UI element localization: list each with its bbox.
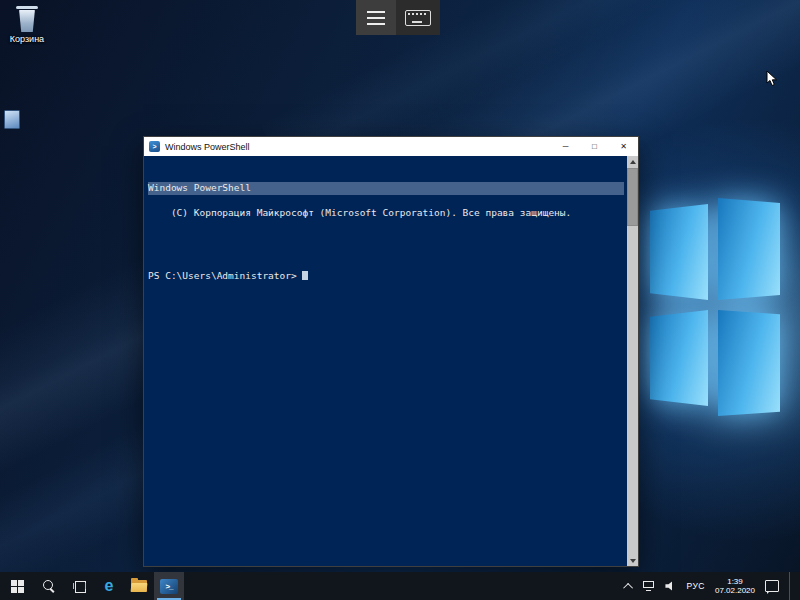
task-view-icon	[73, 581, 86, 592]
taskbar-powershell-button[interactable]: >_	[154, 572, 184, 600]
windows-logo	[650, 198, 780, 428]
hamburger-menu-icon	[367, 11, 385, 25]
console-prompt-line: PS C:\Users\Administrator>	[148, 270, 624, 283]
console-scrollbar[interactable]	[627, 156, 638, 566]
minimize-button[interactable]: ─	[551, 137, 580, 156]
console-line: Windows PowerShell	[148, 182, 624, 195]
network-icon[interactable]	[643, 581, 655, 591]
powershell-icon: >	[149, 141, 160, 152]
vm-menu-button[interactable]	[356, 0, 396, 35]
console-cursor	[302, 271, 308, 280]
maximize-button[interactable]: □	[580, 137, 609, 156]
console-blank-line	[148, 232, 624, 245]
powershell-window: > Windows PowerShell ─ □ ✕ Windows Power…	[143, 136, 639, 567]
taskbar: e >_ РУС 1:39 07.02.2020	[0, 572, 800, 600]
volume-icon[interactable]	[665, 581, 676, 591]
task-view-button[interactable]	[64, 572, 94, 600]
desktop-icon-recycle-bin[interactable]: Корзина	[4, 6, 50, 44]
taskbar-file-explorer-button[interactable]	[124, 572, 154, 600]
windows-logo-pane	[718, 310, 780, 416]
window-titlebar[interactable]: > Windows PowerShell ─ □ ✕	[144, 137, 638, 156]
hidden-icons-chevron-icon[interactable]	[624, 582, 634, 592]
recycle-bin-icon	[16, 6, 38, 9]
windows-logo-pane	[650, 204, 708, 300]
system-tray: РУС 1:39 07.02.2020	[620, 572, 800, 600]
edge-icon: e	[105, 578, 114, 594]
console-output[interactable]: Windows PowerShell (C) Корпорация Майкро…	[144, 156, 638, 566]
scrollbar-down-arrow-icon[interactable]	[627, 555, 638, 566]
language-indicator[interactable]: РУС	[686, 581, 705, 591]
start-button[interactable]	[0, 572, 34, 600]
console-prompt: PS C:\Users\Administrator>	[148, 270, 297, 281]
action-center-icon[interactable]	[765, 580, 779, 592]
file-explorer-icon	[131, 580, 147, 592]
show-desktop-button[interactable]	[789, 572, 794, 600]
windows-logo-pane	[650, 310, 708, 406]
scrollbar-up-arrow-icon[interactable]	[627, 156, 638, 167]
search-icon	[43, 580, 55, 592]
taskbar-clock[interactable]: 1:39 07.02.2020	[715, 577, 755, 596]
recycle-bin-icon	[18, 10, 36, 32]
clock-time: 1:39	[715, 577, 755, 587]
close-button[interactable]: ✕	[609, 137, 638, 156]
clock-date: 07.02.2020	[715, 586, 755, 596]
console-line: (C) Корпорация Майкрософт (Microsoft Cor…	[171, 207, 571, 218]
vm-keyboard-button[interactable]	[396, 0, 440, 35]
desktop-icon-shortcut[interactable]	[4, 110, 20, 129]
taskbar-edge-button[interactable]: e	[94, 572, 124, 600]
powershell-icon: >_	[160, 579, 178, 594]
keyboard-icon	[405, 10, 431, 26]
scrollbar-thumb[interactable]	[627, 168, 638, 226]
vm-console-toolbar	[356, 0, 440, 35]
window-controls: ─ □ ✕	[551, 137, 638, 156]
window-title: Windows PowerShell	[165, 142, 250, 152]
taskbar-search-button[interactable]	[34, 572, 64, 600]
windows-start-icon	[11, 580, 24, 593]
recycle-bin-label: Корзина	[4, 34, 50, 44]
windows-logo-pane	[718, 198, 780, 300]
